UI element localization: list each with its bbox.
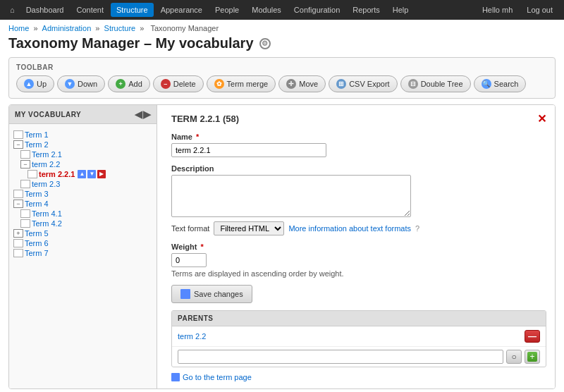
double-tree-button[interactable]: ⊟ Double Tree — [400, 75, 471, 92]
search-button[interactable]: 🔍 Search — [474, 75, 527, 92]
term-merge-button[interactable]: ✿ Term merge — [207, 75, 276, 92]
term-page-link[interactable]: Go to the term page — [183, 373, 252, 381]
selected-item-icons: ▲ ▼ ▶ — [78, 170, 106, 178]
nav-people[interactable]: People — [209, 3, 245, 17]
parents-section: PARENTS term 2.2 — ○ + — [171, 310, 546, 367]
tree-item-term4[interactable]: − Term 4 — [13, 199, 152, 209]
tree-item-term3[interactable]: Term 3 — [13, 189, 152, 199]
add-parent-input[interactable] — [178, 350, 503, 364]
move-button[interactable]: ✛ Move — [278, 75, 326, 92]
term221-link[interactable]: term 2.2.1 — [39, 170, 75, 178]
term22-link[interactable]: term 2.2 — [32, 160, 60, 169]
term3-link[interactable]: Term 3 — [25, 190, 49, 198]
logout-link[interactable]: Log out — [521, 3, 558, 17]
tree-item-term23[interactable]: term 2.3 — [13, 179, 152, 189]
term21-link[interactable]: Term 2.1 — [32, 150, 62, 159]
down-icon: ▼ — [65, 79, 75, 89]
weight-input[interactable] — [171, 253, 207, 267]
add-circle-search[interactable]: ○ — [506, 350, 522, 364]
tree-item-term2[interactable]: − Term 2 — [13, 140, 152, 149]
folder-icon: − — [20, 160, 30, 169]
nav-structure[interactable]: Structure — [111, 3, 154, 17]
parent-term-link[interactable]: term 2.2 — [178, 332, 206, 341]
remove-parent-button[interactable]: — — [525, 330, 540, 343]
tree-item-term5[interactable]: + Term 5 — [13, 228, 152, 238]
nav-dashboard[interactable]: Dashboard — [20, 3, 70, 17]
tree-item-term221[interactable]: term 2.2.1 ▲ ▼ ▶ — [13, 169, 152, 179]
tree-item-term22[interactable]: − term 2.2 — [13, 159, 152, 169]
toolbar-section: TOOLBAR ▲ Up ▼ Down + Add – Delete ✿ Ter… — [8, 57, 556, 99]
text-format-label: Text format — [171, 224, 209, 233]
folder-icon: + — [13, 229, 23, 238]
leaf-icon — [20, 180, 30, 188]
description-label: Description — [171, 164, 546, 173]
home-icon[interactable]: ⌂ — [6, 3, 19, 17]
name-label: Name * — [171, 133, 546, 141]
leaf-icon — [20, 150, 30, 159]
add-parent-button[interactable]: + — [525, 350, 540, 364]
down-button[interactable]: ▼ Down — [57, 75, 105, 92]
arrow-down-icon[interactable]: ▼ — [87, 170, 96, 178]
up-button[interactable]: ▲ Up — [16, 75, 54, 92]
breadcrumb-structure[interactable]: Structure — [104, 24, 136, 32]
nav-content[interactable]: Content — [70, 3, 109, 17]
more-formats-link[interactable]: More information about text formats — [288, 224, 411, 233]
arrow-right-icon[interactable]: ▶ — [97, 170, 106, 178]
name-field-group: Name * — [171, 133, 546, 157]
description-field-group: Description Text format Filtered HTML Fu… — [171, 164, 546, 235]
move-icon: ✛ — [286, 79, 296, 89]
add-button[interactable]: + Add — [108, 75, 150, 92]
term1-link[interactable]: Term 1 — [25, 130, 49, 139]
term2-link[interactable]: Term 2 — [25, 140, 49, 149]
tree-item-term6[interactable]: Term 6 — [13, 238, 152, 248]
leaf-icon — [13, 249, 23, 257]
term23-link[interactable]: term 2.3 — [32, 180, 60, 188]
text-format-row: Text format Filtered HTML Full HTML Plai… — [171, 221, 546, 235]
settings-icon[interactable]: ⚙ — [259, 38, 271, 49]
description-textarea[interactable] — [171, 175, 411, 217]
plus-icon: + — [527, 352, 537, 362]
nav-configuration[interactable]: Configuration — [288, 3, 345, 17]
term7-link[interactable]: Term 7 — [25, 249, 49, 257]
nav-help[interactable]: Help — [387, 3, 415, 17]
weight-note: Terms are displayed in ascending order b… — [171, 269, 546, 278]
term4-link[interactable]: Term 4 — [25, 200, 49, 208]
breadcrumb-admin[interactable]: Administration — [42, 24, 92, 32]
save-changes-button[interactable]: Save changes — [171, 285, 252, 303]
vocabulary-title: MY VOCABULARY — [15, 111, 81, 118]
leaf-icon — [20, 209, 30, 218]
breadcrumb-home[interactable]: Home — [8, 24, 29, 32]
term5-link[interactable]: Term 5 — [25, 229, 49, 238]
leaf-icon — [13, 130, 23, 139]
term42-link[interactable]: Term 4.2 — [32, 219, 62, 228]
csv-export-button[interactable]: ⊞ CSV Export — [329, 75, 397, 92]
close-button[interactable]: ✕ — [537, 112, 546, 125]
tree-item-term42[interactable]: Term 4.2 — [13, 219, 152, 228]
tree-container: Term 1 − Term 2 Term 2.1 − term 2.2 — [9, 124, 157, 264]
breadcrumb-current: Taxonomy Manager — [150, 24, 219, 32]
help-icon[interactable]: ? — [415, 224, 419, 233]
term6-link[interactable]: Term 6 — [25, 239, 49, 247]
folder-icon: − — [13, 140, 23, 149]
nav-reports[interactable]: Reports — [347, 3, 386, 17]
tree-item-term21[interactable]: Term 2.1 — [13, 149, 152, 159]
nav-modules[interactable]: Modules — [246, 3, 287, 17]
name-input[interactable] — [171, 143, 326, 157]
term41-link[interactable]: Term 4.1 — [32, 209, 62, 218]
term-page-link-row: Go to the term page — [171, 373, 546, 381]
tree-icon: ⊟ — [408, 79, 418, 89]
tree-item-term41[interactable]: Term 4.1 — [13, 209, 152, 219]
csv-icon: ⊞ — [336, 79, 346, 89]
arrow-up-icon[interactable]: ▲ — [78, 170, 86, 178]
tree-item-term7[interactable]: Term 7 — [13, 248, 152, 258]
panel-toggle-icon[interactable]: ◀▶ — [135, 109, 151, 120]
up-icon: ▲ — [24, 79, 34, 89]
user-greeting: Hello mh — [477, 3, 518, 17]
tree-item-term1[interactable]: Term 1 — [13, 130, 152, 140]
add-icon: + — [116, 79, 125, 89]
toolbar-buttons: ▲ Up ▼ Down + Add – Delete ✿ Term merge … — [16, 75, 548, 92]
delete-button[interactable]: – Delete — [153, 75, 204, 92]
text-format-select[interactable]: Filtered HTML Full HTML Plain text — [214, 221, 284, 235]
nav-appearance[interactable]: Appearance — [155, 3, 208, 17]
leaf-icon — [27, 170, 37, 178]
